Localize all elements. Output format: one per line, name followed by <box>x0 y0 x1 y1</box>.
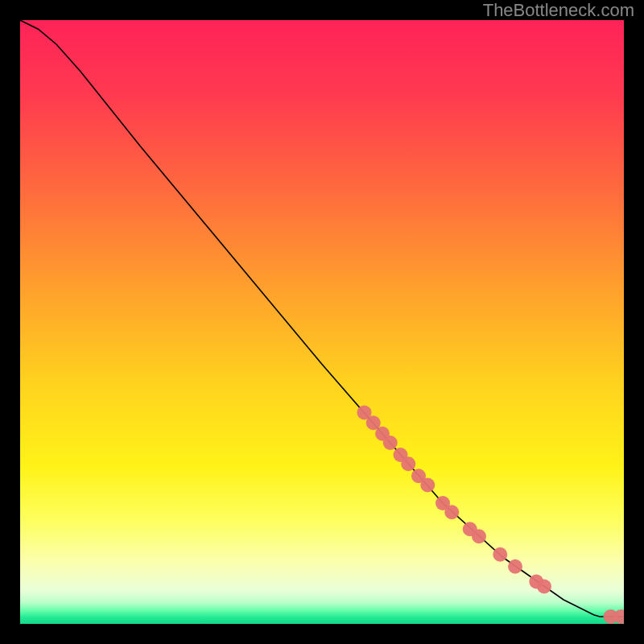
chart-background <box>20 20 624 624</box>
data-marker <box>508 559 522 574</box>
data-marker <box>383 436 398 450</box>
data-marker <box>444 505 459 519</box>
attribution-text: TheBottleneck.com <box>483 0 634 21</box>
data-marker <box>493 547 507 562</box>
data-marker <box>420 478 435 493</box>
data-marker <box>472 529 486 543</box>
chart-svg <box>20 20 624 624</box>
data-marker <box>537 580 551 594</box>
data-marker <box>401 456 415 471</box>
